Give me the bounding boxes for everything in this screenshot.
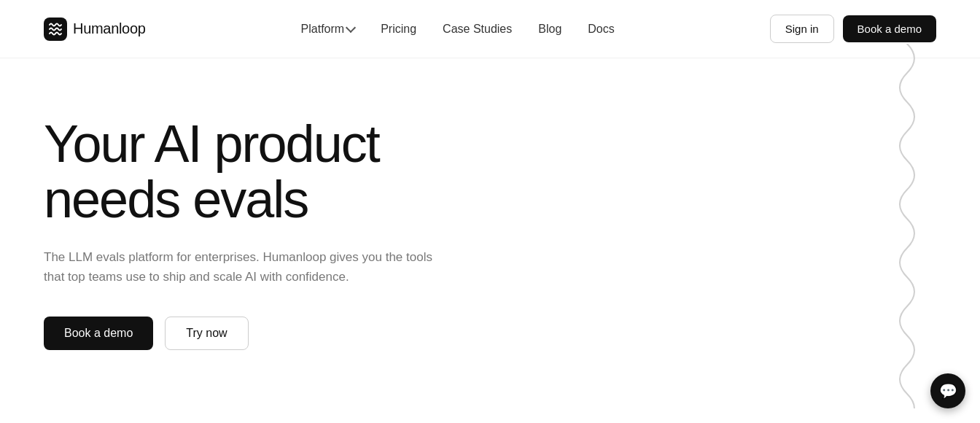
nav-link-case-studies[interactable]: Case Studies	[443, 23, 512, 35]
squiggly-decoration	[834, 58, 980, 423]
book-demo-nav-button[interactable]: Book a demo	[843, 15, 936, 42]
nav-item-blog[interactable]: Blog	[538, 23, 561, 36]
nav-item-platform[interactable]: Platform	[301, 23, 355, 36]
hero-subtitle: The LLM evals platform for enterprises. …	[44, 247, 452, 287]
nav-link-blog[interactable]: Blog	[538, 23, 561, 35]
try-now-button[interactable]: Try now	[165, 317, 248, 350]
nav-link-platform[interactable]: Platform	[301, 23, 355, 36]
hero-section: Your AI product needs evals The LLM eval…	[0, 58, 980, 350]
nav-item-pricing[interactable]: Pricing	[381, 23, 416, 36]
navbar: Humanloop Platform Pricing Case Studies …	[0, 0, 980, 58]
nav-actions: Sign in Book a demo	[770, 15, 936, 43]
chat-bubble-button[interactable]: 💬	[930, 373, 965, 408]
hero-content: Your AI product needs evals The LLM eval…	[44, 117, 452, 350]
chevron-down-icon	[346, 23, 356, 33]
nav-link-pricing[interactable]: Pricing	[381, 23, 416, 35]
brand-name: Humanloop	[73, 20, 146, 37]
brand-logo[interactable]: Humanloop	[44, 18, 146, 41]
signin-button[interactable]: Sign in	[770, 15, 834, 43]
hero-title: Your AI product needs evals	[44, 117, 452, 227]
nav-link-docs[interactable]: Docs	[588, 23, 614, 35]
nav-links: Platform Pricing Case Studies Blog Docs	[301, 23, 615, 36]
nav-item-docs[interactable]: Docs	[588, 23, 614, 36]
logo-icon	[44, 18, 67, 41]
hero-buttons: Book a demo Try now	[44, 317, 452, 350]
book-demo-hero-button[interactable]: Book a demo	[44, 317, 153, 350]
chat-icon: 💬	[939, 382, 957, 400]
nav-item-case-studies[interactable]: Case Studies	[443, 23, 512, 36]
